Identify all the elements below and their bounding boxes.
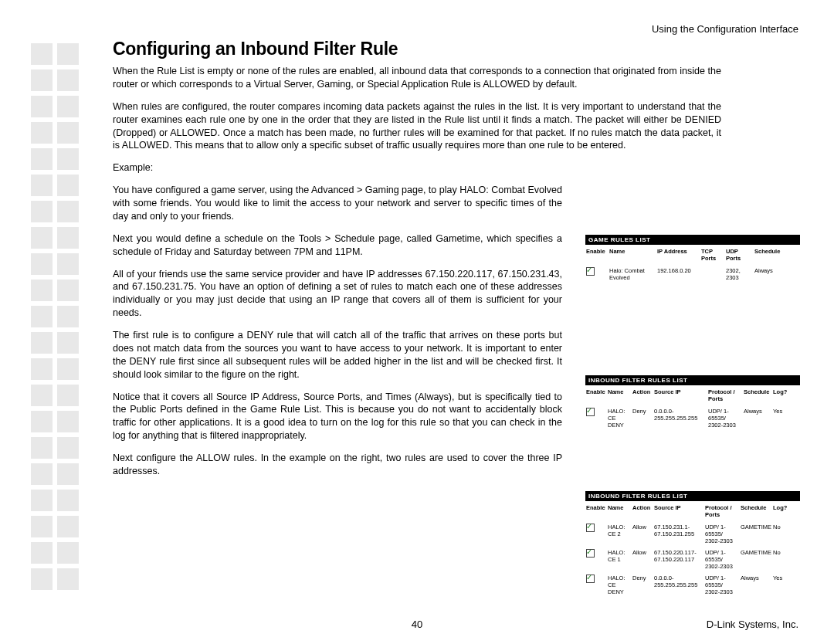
cell-log: No [772,547,800,572]
paragraph-5: Next you would define a schedule on the … [113,232,562,259]
cell-source: 67.150.220.117-67.150.220.117 [653,547,704,572]
checkbox-icon[interactable] [586,408,595,416]
cell-schedule: GAMETIME [740,521,772,547]
cell-name: HALO: CE DENY [607,572,632,598]
cell-source: 0.0.0.0-255.255.255.255 [653,572,704,598]
table-row: HALO: CE 1 Allow 67.150.220.117-67.150.2… [585,547,800,572]
table-row: HALO: CE DENY Deny 0.0.0.0-255.255.255.2… [585,572,800,598]
col-enable: Enable [585,385,607,405]
cell-name: HALO: CE 2 [607,521,632,547]
cell-action: Allow [632,547,653,572]
checkbox-icon[interactable] [586,267,595,276]
col-name: Name [607,501,632,521]
col-log: Log? [772,385,800,405]
cell-source: 67.150.231.1-67.150.231.255 [653,521,704,547]
col-tcp: TCP Ports [700,245,725,265]
paragraph-7: The first rule is to configure a DENY ru… [113,329,562,381]
cell-proto: UDP/ 1-65535/ 2302-2303 [704,572,740,598]
paragraph-9: Next configure the ALLOW rules. In the e… [113,452,562,478]
paragraph-6: All of your friends use the same service… [113,268,562,320]
col-ip: IP Address [656,245,700,265]
col-source: Source IP [653,385,707,405]
col-action: Action [632,385,653,405]
cell-name: HALO: CE 1 [607,547,632,572]
cell-log: No [772,521,800,547]
cell-proto: UDP/ 1-65535/ 2302-2303 [707,405,743,431]
footer-brand: D-Link Systems, Inc. [707,619,798,630]
col-enable: Enable [585,245,609,265]
col-schedule: Schedule [754,245,800,265]
table-row: HALO: CE DENY Deny 0.0.0.0-255.255.255.2… [585,405,800,431]
cell-log: Yes [772,405,800,431]
checkbox-icon[interactable] [586,524,595,532]
cell-proto: UDP/ 1-65535/ 2302-2303 [704,547,740,572]
paragraph-4: You have configured a game server, using… [113,184,562,223]
panel-title: INBOUND FILTER RULES LIST [585,491,800,501]
inbound-filter-panel-1: INBOUND FILTER RULES LIST Enable Name Ac… [585,375,800,431]
cell-action: Deny [632,572,653,598]
col-enable: Enable [585,501,607,521]
inbound-filter-panel-2: INBOUND FILTER RULES LIST Enable Name Ac… [585,491,800,598]
col-udp: UDP Ports [725,245,754,265]
inbound-filter-table-1: Enable Name Action Source IP Protocol / … [585,385,800,431]
cell-schedule: Always [754,265,800,283]
game-rules-table: Enable Name IP Address TCP Ports UDP Por… [585,245,800,283]
decorative-squares [31,43,85,595]
paragraph-2: When rules are configured, the router co… [113,100,721,153]
col-proto: Protocol / Ports [707,385,743,405]
checkbox-icon[interactable] [586,575,595,583]
cell-log: Yes [772,572,800,598]
col-schedule: Schedule [743,385,772,405]
cell-source: 0.0.0.0-255.255.255.255 [653,405,707,431]
paragraph-1: When the Rule List is empty or none of t… [113,65,721,91]
checkbox-icon[interactable] [586,549,595,558]
cell-ip: 192.168.0.20 [656,265,700,283]
cell-tcp [700,265,725,283]
col-source: Source IP [653,501,704,521]
cell-proto: UDP/ 1-65535/ 2302-2303 [704,521,740,547]
cell-schedule: Always [740,572,772,598]
col-schedule: Schedule [740,501,772,521]
paragraph-3: Example: [113,161,721,175]
inbound-filter-table-2: Enable Name Action Source IP Protocol / … [585,501,800,598]
paragraph-8: Notice that it covers all Source IP Addr… [113,391,562,443]
col-name: Name [609,245,656,265]
col-name: Name [607,385,632,405]
col-log: Log? [772,501,800,521]
cell-name: Halo: Combat Evolved [609,265,656,283]
table-row: HALO: CE 2 Allow 67.150.231.1-67.150.231… [585,521,800,547]
page-title: Configuring an Inbound Filter Rule [113,39,398,59]
panel-title: INBOUND FILTER RULES LIST [585,375,800,385]
cell-name: HALO: CE DENY [607,405,632,431]
panel-title: GAME RULES LIST [585,235,800,245]
cell-schedule: GAMETIME [740,547,772,572]
col-action: Action [632,501,653,521]
cell-schedule: Always [743,405,772,431]
header-right: Using the Configuration Interface [652,23,798,35]
cell-udp: 2302, 2303 [725,265,754,283]
game-rules-list-panel: GAME RULES LIST Enable Name IP Address T… [585,235,800,283]
cell-action: Deny [632,405,653,431]
table-row: Halo: Combat Evolved 192.168.0.20 2302, … [585,265,800,283]
cell-action: Allow [632,521,653,547]
col-proto: Protocol / Ports [704,501,740,521]
